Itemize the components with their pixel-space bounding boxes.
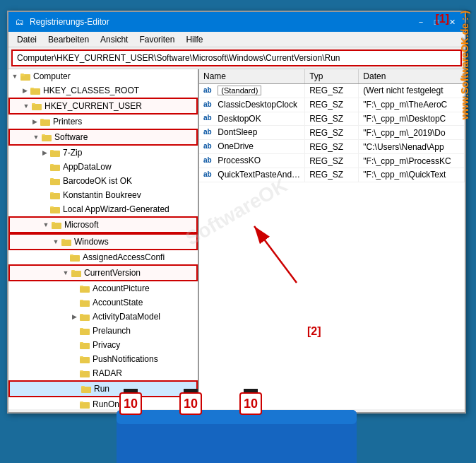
annotation-label-1: [1]	[435, 13, 449, 25]
reg-icon: ab	[203, 156, 213, 166]
expand-icon	[40, 190, 49, 200]
char-sign-2: 10	[179, 392, 202, 415]
svg-rect-24	[61, 239, 65, 240]
tree-item-currentversion[interactable]: ▼ CurrentVersion	[8, 264, 198, 281]
col-header-typ: Typ	[305, 69, 359, 84]
cell-data: "C:\Users\Nenad\App	[359, 140, 465, 154]
table-row[interactable]: ab ClassicDesktopClock REG_SZ "F:\_cpp_m…	[199, 98, 465, 112]
folder-icon	[79, 326, 90, 336]
table-row[interactable]: ab ProcessKO REG_SZ "F:\_cpp_m\ProcessKC	[199, 154, 465, 168]
svg-rect-34	[80, 314, 83, 315]
svg-rect-36	[80, 328, 83, 329]
svg-rect-20	[50, 206, 54, 208]
expand-icon: ▼	[31, 132, 41, 142]
tree-item-software[interactable]: ▼ Software	[8, 129, 198, 146]
cell-type: REG_SZ	[305, 98, 359, 112]
tree-item-prelaunch[interactable]: Prelaunch	[8, 324, 198, 338]
char-sign-1: 10	[119, 392, 142, 415]
tree-item-hkcu[interactable]: ▼ HKEY_CURRENT_USER	[8, 98, 198, 115]
tree-item-konstantin[interactable]: Konstantin Boukreev	[8, 188, 198, 202]
expand-icon	[69, 298, 79, 307]
svg-rect-23	[61, 240, 71, 246]
cell-type: REG_SZ	[305, 154, 359, 168]
tree-item-localappwizard[interactable]: Local AppWizard-Generated	[8, 202, 198, 216]
folder-icon	[49, 204, 61, 214]
menu-ansicht[interactable]: Ansicht	[95, 33, 133, 46]
tree-label: RADAR	[93, 367, 196, 380]
tree-label: Privacy	[93, 339, 196, 351]
menu-datei[interactable]: Datei	[11, 33, 42, 46]
tree-label: BarcodeOK ist OK	[63, 175, 196, 187]
svg-rect-28	[71, 270, 75, 271]
svg-rect-44	[81, 386, 85, 387]
folder-icon	[51, 220, 62, 230]
table-row[interactable]: ab DontSleep REG_SZ "F:\_cpp_m\_2019\Do	[199, 126, 465, 140]
cell-name: ab DontSleep	[199, 126, 305, 140]
folder-icon	[79, 298, 90, 307]
table-row[interactable]: ab (Standard) REG_SZ (Wert nicht festgel…	[199, 84, 465, 98]
table-row[interactable]: ab DesktopOK REG_SZ "F:\_cpp_m\DesktopC	[199, 112, 465, 126]
tree-item-appdatalow[interactable]: AppDataLow	[8, 160, 198, 174]
svg-rect-27	[71, 271, 81, 277]
svg-rect-33	[80, 315, 90, 321]
menu-bar: Datei Bearbeiten Ansicht Favoriten Hilfe	[8, 32, 465, 47]
svg-rect-8	[40, 119, 44, 120]
tree-label: 7-Zip	[63, 146, 196, 159]
reg-icon: ab	[203, 128, 213, 138]
tree-item-barcodeok[interactable]: BarcodeOK ist OK	[8, 174, 198, 188]
standard-value-badge: (Standard)	[218, 86, 261, 95]
menu-hilfe[interactable]: Hilfe	[180, 33, 208, 46]
tree-item-activitydatamodel[interactable]: ▶ ActivityDataModel	[8, 310, 198, 324]
character-1: 10	[117, 389, 145, 424]
svg-rect-42	[80, 370, 83, 372]
tree-item-classes-root[interactable]: ▶ HKEY_CLASSES_ROOT	[8, 83, 198, 98]
tree-item-radar[interactable]: RADAR	[8, 366, 198, 380]
table-row[interactable]: ab QuickTextPasteAndCommand REG_SZ "F:\_…	[199, 168, 465, 182]
tree-item-accountstate[interactable]: AccountState	[8, 295, 198, 310]
cell-type: REG_SZ	[305, 112, 359, 126]
tree-item-accountpicture[interactable]: AccountPicture	[8, 281, 198, 295]
tree-item-windows[interactable]: ▼ Windows	[8, 233, 198, 250]
tree-label: HKEY_CLASSES_ROOT	[43, 84, 196, 97]
folder-icon	[30, 86, 41, 95]
tree-panel[interactable]: ▼ Computer ▶ HKEY_CLASSES_ROOT ▼	[8, 69, 199, 409]
reg-icon: ab	[203, 114, 213, 124]
folder-icon	[61, 237, 72, 247]
address-bar[interactable]: Computer\HKEY_CURRENT_USER\Software\Micr…	[11, 49, 462, 66]
tree-label: Local AppWizard-Generated	[63, 203, 196, 216]
folder-icon	[79, 340, 90, 350]
tree-label: PushNotifications	[93, 353, 196, 365]
tree-item-computer[interactable]: ▼ Computer	[8, 69, 198, 83]
folder-icon	[49, 162, 61, 172]
cell-type: REG_SZ	[305, 84, 359, 98]
minimize-button[interactable]: −	[414, 15, 428, 29]
folder-icon	[79, 354, 90, 364]
svg-rect-35	[80, 329, 90, 335]
folder-icon	[31, 101, 42, 111]
svg-rect-13	[50, 165, 60, 171]
tree-item-microsoft[interactable]: ▼ Microsoft	[8, 216, 198, 233]
tree-item-pushnotifications[interactable]: PushNotifications	[8, 352, 198, 366]
tree-item-printers[interactable]: ▶ Printers	[8, 115, 198, 129]
expand-icon: ▶	[30, 117, 40, 127]
cell-data: "F:\_cpp_m\_2019\Do	[359, 126, 465, 140]
folder-icon	[69, 252, 81, 262]
svg-rect-18	[50, 192, 54, 194]
expand-icon: ▼	[10, 71, 20, 81]
tree-item-assignedaccess[interactable]: AssignedAccessConfi	[8, 250, 198, 264]
app-icon: 🗂	[14, 16, 25, 28]
tree-item-privacy[interactable]: Privacy	[8, 338, 198, 352]
reg-icon: ab	[203, 142, 213, 152]
menu-bearbeiten[interactable]: Bearbeiten	[42, 33, 95, 46]
tree-item-7zip[interactable]: ▶ 7-Zip	[8, 146, 198, 160]
cell-data: "F:\_cpp_m\ProcessKC	[359, 154, 465, 168]
cell-name: ab QuickTextPasteAndCommand	[199, 168, 305, 182]
table-row[interactable]: ab OneDrive REG_SZ "C:\Users\Nenad\App	[199, 140, 465, 154]
menu-favoriten[interactable]: Favoriten	[133, 33, 180, 46]
col-header-name: Name	[199, 69, 305, 84]
svg-rect-38	[80, 342, 83, 344]
reg-icon: ab	[203, 100, 213, 110]
values-panel: SoftwareOK Name Typ Daten ab (Standard)	[199, 69, 465, 409]
expand-icon	[69, 283, 79, 293]
character-2: 10	[177, 389, 205, 424]
